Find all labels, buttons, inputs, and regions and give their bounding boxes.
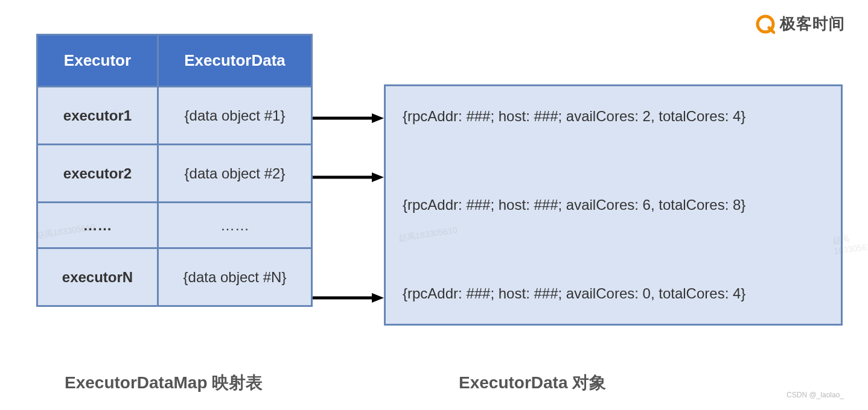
header-executor-data: ExecutorData <box>158 35 312 87</box>
executor-data-map-table: Executor ExecutorData executor1 {data ob… <box>36 34 313 307</box>
detail-row: {rpcAddr: ###; host: ###; availCores: 6,… <box>403 197 824 213</box>
cell-data: {data object #1} <box>158 87 312 145</box>
logo-text: 极客时间 <box>780 13 845 34</box>
caption-executor-data-map: ExecutorDataMap 映射表 <box>65 371 263 394</box>
executor-data-detail-box: {rpcAddr: ###; host: ###; availCores: 2,… <box>384 84 843 326</box>
table-row: executor1 {data object #1} <box>37 87 312 145</box>
table-row: executor2 {data object #2} <box>37 145 312 203</box>
cell-data: {data object #2} <box>158 145 312 203</box>
arrow-icon <box>313 113 384 123</box>
svg-marker-4 <box>372 172 384 182</box>
header-executor: Executor <box>37 35 158 87</box>
table-header-row: Executor ExecutorData <box>37 35 312 87</box>
caption-executor-data-object: ExecutorData 对象 <box>459 371 606 394</box>
cell-data: …… <box>158 203 312 248</box>
logo-icon <box>756 14 775 34</box>
svg-marker-2 <box>372 113 384 123</box>
credit-text: CSDN @_laolao_ <box>787 391 844 399</box>
brand-logo: 极客时间 <box>756 13 845 34</box>
table-row: …… …… <box>37 203 312 248</box>
arrow-icon <box>313 293 384 303</box>
cell-data: {data object #N} <box>158 248 312 306</box>
table-row: executorN {data object #N} <box>37 248 312 306</box>
detail-row: {rpcAddr: ###; host: ###; availCores: 2,… <box>403 108 824 125</box>
cell-executor: executor2 <box>37 145 158 203</box>
detail-row: {rpcAddr: ###; host: ###; availCores: 0,… <box>403 285 824 302</box>
cell-executor: executor1 <box>37 87 158 145</box>
cell-executor: …… <box>37 203 158 248</box>
cell-executor: executorN <box>37 248 158 306</box>
arrow-icon <box>313 172 384 182</box>
svg-marker-6 <box>372 293 384 303</box>
